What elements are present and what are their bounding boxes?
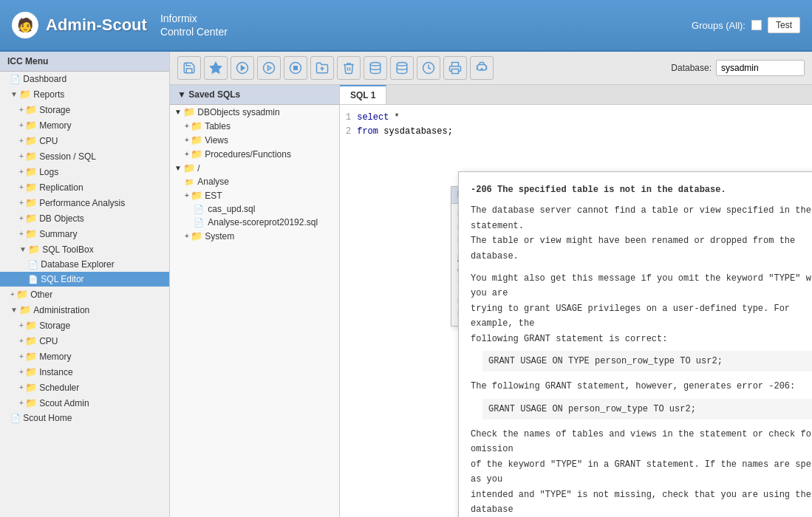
- sidebar-item-perf[interactable]: + 📁 Performance Analysis: [0, 195, 169, 210]
- saved-sqls-header[interactable]: ▼ Saved SQLs: [170, 85, 339, 105]
- tree-item-tables[interactable]: + 📁 Tables: [170, 119, 339, 133]
- svg-marker-0: [211, 63, 222, 73]
- sidebar-item-scout-home[interactable]: 📄 Scout Home: [0, 411, 169, 425]
- folder-icon: 📁: [25, 104, 37, 115]
- file-icon: 📄: [194, 218, 204, 227]
- folder-icon: 📁: [25, 320, 37, 331]
- tree-item-analyse-sql[interactable]: 📄 Analyse-scoreprot20192.sql: [170, 216, 339, 229]
- sidebar-item-administration[interactable]: ▼ 📁 Administration: [0, 302, 169, 318]
- favorite-button[interactable]: [204, 56, 228, 80]
- sidebar-item-scheduler[interactable]: + 📁 Scheduler: [0, 380, 169, 395]
- sidebar-item-adm-storage[interactable]: + 📁 Storage: [0, 318, 169, 333]
- app-header: 🧑 Admin-Scout Informix Control Center Gr…: [0, 0, 812, 52]
- sql-editor-panel: SQL 1 1 select * 2 from sysdatabases; Er…: [340, 85, 812, 517]
- app-subtitle: Informix Control Center: [160, 12, 228, 38]
- sidebar-item-sql-toolbox[interactable]: ▼ 📁 SQL ToolBox: [0, 242, 169, 257]
- toolbar-right: Database:: [671, 60, 805, 76]
- test-button[interactable]: Test: [768, 17, 800, 33]
- expander-icon[interactable]: ▼: [10, 90, 18, 98]
- logo-area: 🧑 Admin-Scout Informix Control Center: [12, 12, 228, 38]
- error-help-line4: The following GRANT statement, however, …: [471, 379, 812, 394]
- db-config-button[interactable]: [390, 56, 414, 80]
- file-icon: 📄: [10, 75, 21, 84]
- folder-icon: 📁: [191, 134, 202, 145]
- app-title: Admin-Scout: [46, 16, 147, 35]
- sidebar-item-reports[interactable]: ▼ 📁 Reports: [0, 86, 169, 102]
- tree-item-views[interactable]: + 📁 Views: [170, 133, 339, 147]
- history-button[interactable]: [417, 56, 440, 80]
- tree-item-est[interactable]: + 📁 EST: [170, 188, 339, 202]
- tab-sql1[interactable]: SQL 1: [340, 85, 386, 104]
- folder-icon: 📁: [191, 120, 202, 131]
- sidebar: ICC Menu 📄 Dashboard ▼ 📁 Reports + 📁 Sto…: [0, 52, 170, 517]
- error-help-line5: Check the names of tables and views in t…: [471, 427, 812, 517]
- sidebar-item-adm-memory[interactable]: + 📁 Memory: [0, 349, 169, 364]
- folder-icon: 📁: [16, 289, 28, 300]
- folder-icon: 📁: [25, 135, 37, 146]
- error-help-content: -206 The specified table is not in the d…: [459, 172, 812, 517]
- sidebar-item-session-sql[interactable]: + 📁 Session / SQL: [0, 148, 169, 164]
- logo-icon: 🧑: [12, 12, 38, 38]
- run-button[interactable]: [231, 56, 254, 80]
- save-button[interactable]: [177, 56, 201, 80]
- groups-checkbox[interactable]: [751, 20, 762, 30]
- sidebar-item-scout-admin[interactable]: + 📁 Scout Admin: [0, 395, 169, 411]
- saved-sqls-panel: ▼ Saved SQLs ▼ 📁 DBObjects sysadmin + 📁 …: [170, 85, 340, 517]
- print-button[interactable]: [443, 56, 467, 80]
- sidebar-item-db-explorer[interactable]: 📄 Database Explorer: [0, 257, 169, 272]
- sidebar-item-adm-cpu[interactable]: + 📁 CPU: [0, 333, 169, 349]
- sidebar-item-logs[interactable]: + 📁 Logs: [0, 164, 169, 179]
- tree-item-procedures[interactable]: + 📁 Procedures/Functions: [170, 147, 339, 161]
- error-code2: GRANT USAGE ON person_row_type TO usr2;: [482, 399, 812, 420]
- svg-marker-2: [242, 66, 245, 70]
- workspace: ▼ Saved SQLs ▼ 📁 DBObjects sysadmin + 📁 …: [170, 85, 812, 517]
- folder-icon: 📁: [183, 162, 195, 174]
- svg-point-8: [370, 63, 381, 66]
- sidebar-item-summary[interactable]: + 📁 Summary: [0, 226, 169, 242]
- sidebar-item-memory[interactable]: + 📁 Memory: [0, 117, 169, 133]
- sidebar-item-replication[interactable]: + 📁 Replication: [0, 179, 169, 195]
- header-right: Groups (All): Test: [692, 17, 800, 33]
- delete-button[interactable]: [337, 56, 361, 80]
- sidebar-item-storage[interactable]: + 📁 Storage: [0, 102, 169, 117]
- svg-point-9: [397, 63, 407, 66]
- db-button[interactable]: [364, 56, 387, 80]
- folder-icon: 📁: [185, 178, 194, 186]
- sql-content[interactable]: 1 select * 2 from sysdatabases; Error Ex…: [340, 105, 812, 517]
- folder-icon: 📁: [191, 190, 202, 201]
- folder-icon: 📁: [191, 230, 202, 242]
- error-help-line3: You might also get this message if you o…: [471, 271, 812, 346]
- error-code1: GRANT USAGE ON TYPE person_row_type TO u…: [482, 351, 812, 372]
- sql-line-2: 2 from sysdatabases;: [346, 125, 806, 139]
- error-help-overlay: -206 The specified table is not in the d…: [458, 171, 812, 517]
- file-icon: 📄: [10, 414, 21, 423]
- tree-item-analyse[interactable]: 📁 Analyse: [170, 175, 339, 188]
- folder-icon: 📁: [25, 151, 37, 162]
- tree-item-system[interactable]: + 📁 System: [170, 229, 339, 243]
- run-step-button[interactable]: [257, 56, 281, 80]
- sidebar-item-cpu[interactable]: + 📁 CPU: [0, 133, 169, 148]
- sidebar-item-dashboard[interactable]: 📄 Dashboard: [0, 72, 169, 86]
- sidebar-item-other[interactable]: + 📁 Other: [0, 287, 169, 302]
- svg-rect-6: [294, 66, 298, 70]
- database-input[interactable]: [716, 60, 805, 76]
- expander-icon: ▼: [174, 164, 182, 172]
- expander-icon: +: [185, 191, 189, 199]
- folder-icon: 📁: [25, 120, 37, 131]
- tree-item-dbobjects[interactable]: ▼ 📁 DBObjects sysadmin: [170, 105, 339, 119]
- tree-item-cas-upd[interactable]: 📄 cas_upd.sql: [170, 202, 339, 216]
- stop-button[interactable]: [284, 56, 307, 80]
- debug-button[interactable]: [470, 56, 494, 80]
- tree-item-root[interactable]: ▼ 📁 /: [170, 161, 339, 175]
- svg-point-3: [264, 63, 275, 74]
- expander-icon: ▼: [174, 108, 182, 116]
- folder-icon: 📁: [191, 148, 202, 160]
- file-icon: 📄: [28, 275, 38, 284]
- sql-line-1: 1 select *: [346, 111, 806, 125]
- expander-icon: +: [185, 150, 189, 158]
- sidebar-item-instance[interactable]: + 📁 Instance: [0, 364, 169, 380]
- sidebar-item-sql-editor[interactable]: 📄 SQL Editor: [0, 272, 169, 287]
- sidebar-item-db-objects[interactable]: + 📁 DB Objects: [0, 210, 169, 226]
- file-icon: 📄: [194, 205, 204, 214]
- open-button[interactable]: [310, 56, 334, 80]
